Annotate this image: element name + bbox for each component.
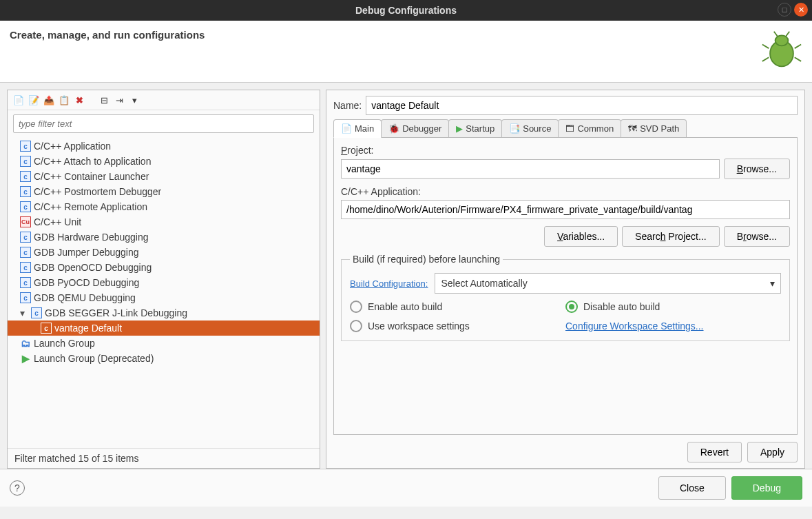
configure-workspace-link[interactable]: Configure Workspace Settings... (565, 320, 704, 332)
common-icon: 🗔 (565, 123, 574, 134)
tab-source[interactable]: 📑Source (501, 119, 559, 137)
bug-tab-icon: 🐞 (388, 123, 399, 134)
svg-line-5 (795, 57, 801, 61)
tree-item[interactable]: cC/C++ Remote Application (8, 199, 320, 214)
project-label: Project: (341, 145, 790, 156)
debug-button[interactable]: Debug (731, 476, 802, 500)
svg-line-6 (774, 32, 778, 37)
window-title: Debug Configurations (355, 5, 457, 16)
tree-item[interactable]: cGDB OpenOCD Debugging (8, 260, 320, 275)
svg-point-1 (775, 35, 789, 45)
tree-item[interactable]: cGDB Hardware Debugging (8, 230, 320, 245)
svd-icon: 🗺 (628, 123, 637, 134)
filter-icon[interactable]: ⇥ (114, 94, 125, 105)
tab-common[interactable]: 🗔Common (558, 119, 621, 137)
tree-item[interactable]: cGDB Jumper Debugging (8, 245, 320, 260)
source-icon: 📑 (509, 123, 520, 134)
c-icon: c (20, 141, 31, 152)
c-icon: c (20, 277, 31, 288)
new-config-icon[interactable]: 📄 (13, 94, 24, 105)
bug-icon (761, 29, 802, 70)
header: Create, manage, and run configurations (0, 21, 812, 83)
radio-icon (350, 301, 362, 313)
delete-icon[interactable]: ✖ (74, 94, 85, 105)
radio-enable-auto-build[interactable]: Enable auto build (350, 301, 565, 313)
build-legend: Build (if required) before launching (350, 254, 503, 265)
svg-line-4 (762, 57, 769, 61)
c-icon: c (20, 232, 31, 243)
tree-item[interactable]: cC/C++ Attach to Application (8, 154, 320, 169)
tab-startup[interactable]: ▶Startup (448, 119, 502, 137)
duplicate-icon[interactable]: 📋 (59, 94, 70, 105)
tree-item-expanded[interactable]: ▾cGDB SEGGER J-Link Debugging (8, 305, 320, 320)
filter-status: Filter matched 15 of 15 items (8, 448, 320, 468)
filter-input[interactable] (13, 114, 314, 133)
tree-item[interactable]: cC/C++ Postmortem Debugger (8, 184, 320, 199)
svg-line-7 (786, 32, 790, 37)
tree-item[interactable]: CuC/C++ Unit (8, 214, 320, 230)
titlebar: Debug Configurations □ ✕ (0, 0, 812, 21)
tab-main-body: Project: Browse... C/C++ Application: Va… (333, 138, 798, 435)
c-icon: c (20, 247, 31, 258)
c-icon: c (20, 262, 31, 273)
project-input[interactable] (341, 159, 720, 179)
header-title: Create, manage, and run configurations (10, 29, 205, 41)
play-icon: ▶ (20, 353, 31, 364)
tab-debugger[interactable]: 🐞Debugger (381, 119, 449, 137)
tree-item[interactable]: ▶Launch Group (Deprecated) (8, 351, 320, 366)
tree-item[interactable]: cGDB PyOCD Debugging (8, 275, 320, 290)
export-icon[interactable]: 📤 (43, 94, 54, 105)
collapse-icon[interactable]: ⊟ (98, 94, 110, 105)
maximize-button[interactable]: □ (778, 3, 791, 17)
help-button[interactable]: ? (10, 480, 25, 496)
apply-button[interactable]: Apply (747, 442, 798, 462)
c-icon: c (41, 323, 52, 334)
tree-item[interactable]: cGDB QEMU Debugging (8, 290, 320, 305)
c-icon: c (31, 307, 42, 318)
name-input[interactable] (366, 96, 798, 115)
variables-button[interactable]: Variables... (544, 226, 618, 247)
launch-group-icon: 🗂 (20, 338, 31, 349)
svg-line-2 (762, 45, 769, 49)
config-tree: cC/C++ Application cC/C++ Attach to Appl… (8, 137, 320, 448)
menu-dropdown-icon[interactable]: ▾ (129, 94, 140, 105)
app-input[interactable] (341, 200, 790, 219)
c-icon: c (20, 171, 31, 182)
tree-item[interactable]: 🗂Launch Group (8, 336, 320, 351)
tree-item[interactable]: cC/C++ Container Launcher (8, 169, 320, 184)
bottom-bar: ? Close Debug (0, 469, 812, 507)
tab-main[interactable]: 📄Main (333, 119, 382, 138)
expander-icon[interactable]: ▾ (20, 307, 28, 318)
svg-line-3 (795, 45, 801, 49)
tree-item[interactable]: cC/C++ Application (8, 139, 320, 154)
close-button[interactable]: Close (658, 476, 726, 500)
build-config-select[interactable]: Select Automatically ▾ (435, 273, 781, 294)
build-config-link[interactable]: Build Configuration: (350, 278, 428, 289)
file-icon: 📄 (341, 123, 352, 134)
radio-checked-icon (565, 301, 578, 313)
close-window-button[interactable]: ✕ (794, 3, 808, 17)
name-label: Name: (333, 100, 362, 111)
radio-disable-auto-build[interactable]: Disable auto build (565, 301, 781, 313)
c-icon: c (20, 156, 31, 167)
search-project-button[interactable]: Search Project... (622, 226, 720, 247)
config-detail-pane: Name: 📄Main 🐞Debugger ▶Startup 📑Source 🗔… (326, 90, 805, 469)
radio-workspace-settings[interactable]: Use workspace settings (350, 320, 565, 332)
app-label: C/C++ Application: (341, 186, 790, 197)
c-icon: c (20, 292, 31, 303)
tree-toolbar: 📄 📝 📤 📋 ✖ ⊟ ⇥ ▾ (8, 90, 320, 110)
c-icon: c (20, 201, 31, 212)
tab-svd[interactable]: 🗺SVD Path (621, 119, 687, 137)
config-tree-pane: 📄 📝 📤 📋 ✖ ⊟ ⇥ ▾ cC/C++ Application cC/C+… (7, 90, 320, 469)
cu-icon: Cu (20, 216, 31, 227)
browse-project-button[interactable]: Browse... (724, 159, 790, 179)
revert-button[interactable]: Revert (687, 442, 742, 462)
tab-bar: 📄Main 🐞Debugger ▶Startup 📑Source 🗔Common… (333, 119, 798, 138)
chevron-down-icon: ▾ (770, 278, 775, 289)
build-fieldset: Build (if required) before launching Bui… (341, 254, 790, 341)
browse-app-button[interactable]: Browse... (724, 226, 790, 247)
c-icon: c (20, 186, 31, 197)
new-proto-icon[interactable]: 📝 (28, 94, 39, 105)
tree-item-selected[interactable]: cvantage Default (8, 320, 320, 336)
radio-icon (350, 320, 362, 332)
